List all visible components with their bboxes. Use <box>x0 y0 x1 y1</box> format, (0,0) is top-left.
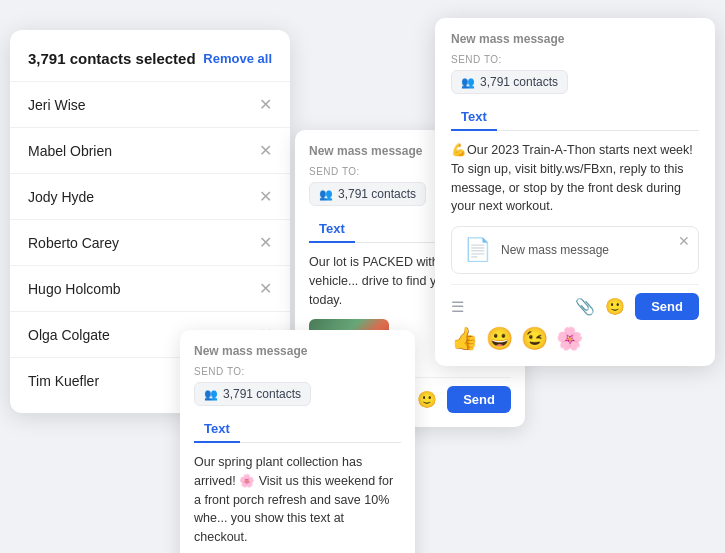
msg-card-1-send-label: SEND TO: <box>194 366 401 377</box>
emoji-smile[interactable]: 😀 <box>486 326 513 352</box>
mass-message-card-3: New mass message SEND TO: 👥 3,791 contac… <box>435 18 715 366</box>
emoji-icon-2[interactable]: 🙂 <box>417 390 437 409</box>
contact-name: Jeri Wise <box>28 97 86 113</box>
msg-card-1-badge-text: 3,791 contacts <box>223 387 301 401</box>
align-icon-3[interactable]: ☰ <box>451 298 464 316</box>
msg-card-2-badge: 👥 3,791 contacts <box>309 182 426 206</box>
tab-text-2[interactable]: Text <box>309 216 355 243</box>
list-item: Mabel Obrien ✕ <box>10 127 290 173</box>
attachment-file-icon: 📄 <box>464 237 491 263</box>
attachment-card: 📄 New mass message ✕ <box>451 226 699 274</box>
contact-name: Olga Colgate <box>28 327 110 343</box>
emoji-picker-row: 👍 😀 😉 🌸 <box>451 326 699 352</box>
msg-card-2-badge-text: 3,791 contacts <box>338 187 416 201</box>
contact-name: Roberto Carey <box>28 235 119 251</box>
remove-contact-button[interactable]: ✕ <box>259 95 272 114</box>
remove-all-button[interactable]: Remove all <box>203 51 272 66</box>
tab-text-3[interactable]: Text <box>451 104 497 131</box>
msg-card-1-badge: 👥 3,791 contacts <box>194 382 311 406</box>
contact-name: Hugo Holcomb <box>28 281 121 297</box>
list-item: Roberto Carey ✕ <box>10 219 290 265</box>
list-item: Hugo Holcomb ✕ <box>10 265 290 311</box>
msg-card-3-badge: 👥 3,791 contacts <box>451 70 568 94</box>
tab-text-1[interactable]: Text <box>194 416 240 443</box>
attachment-close-button[interactable]: ✕ <box>678 233 690 249</box>
list-item: Jeri Wise ✕ <box>10 81 290 127</box>
mass-message-card-1: New mass message SEND TO: 👥 3,791 contac… <box>180 330 415 553</box>
emoji-thumbsup[interactable]: 👍 <box>451 326 478 352</box>
contact-name: Jody Hyde <box>28 189 94 205</box>
list-item: Jody Hyde ✕ <box>10 173 290 219</box>
contacts-header: 3,791 contacts selected Remove all <box>10 50 290 81</box>
attachment-label: New mass message <box>501 243 609 257</box>
msg-card-3-title: New mass message <box>451 32 699 46</box>
emoji-wink[interactable]: 😉 <box>521 326 548 352</box>
send-button-3[interactable]: Send <box>635 293 699 320</box>
remove-contact-button[interactable]: ✕ <box>259 233 272 252</box>
msg-card-1-title: New mass message <box>194 344 401 358</box>
msg-card-3-send-label: SEND TO: <box>451 54 699 65</box>
msg-card-1-body: Our spring plant collection has arrived!… <box>194 453 401 547</box>
emoji-flower[interactable]: 🌸 <box>556 326 583 352</box>
remove-contact-button[interactable]: ✕ <box>259 187 272 206</box>
contacts-count: 3,791 contacts selected <box>28 50 196 67</box>
contact-name: Mabel Obrien <box>28 143 112 159</box>
send-button-2[interactable]: Send <box>447 386 511 413</box>
contacts-badge-icon-3: 👥 <box>461 76 475 89</box>
contacts-badge-icon-2: 👥 <box>319 188 333 201</box>
msg-card-3-tabs: Text <box>451 104 699 131</box>
msg-card-3-badge-text: 3,791 contacts <box>480 75 558 89</box>
emoji-icon-3[interactable]: 🙂 <box>605 297 625 316</box>
msg-card-3-toolbar: ☰ 📎 🙂 Send <box>451 284 699 320</box>
contact-name: Tim Kuefler <box>28 373 99 389</box>
contacts-badge-icon: 👥 <box>204 388 218 401</box>
remove-contact-button[interactable]: ✕ <box>259 279 272 298</box>
attach-icon-3[interactable]: 📎 <box>575 297 595 316</box>
remove-contact-button[interactable]: ✕ <box>259 141 272 160</box>
msg-card-3-body: 💪Our 2023 Train-A-Thon starts next week!… <box>451 141 699 216</box>
msg-card-1-tabs: Text <box>194 416 401 443</box>
